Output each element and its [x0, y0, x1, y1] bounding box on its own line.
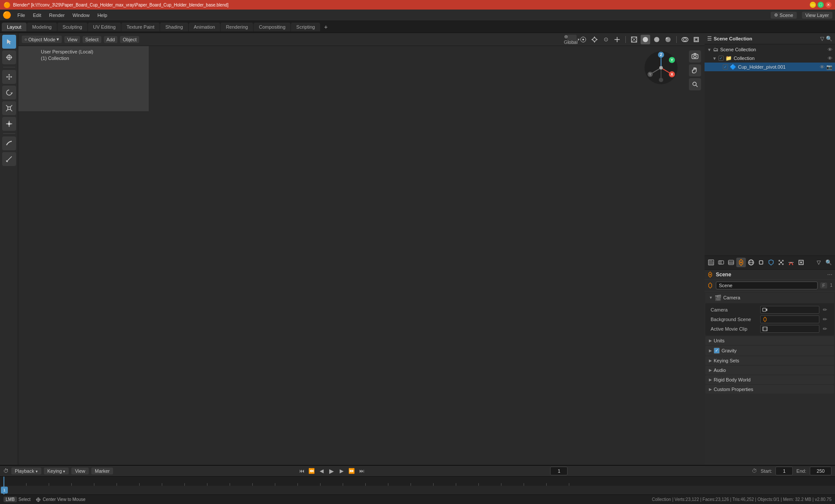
menu-window[interactable]: Window — [69, 12, 93, 19]
camera-edit-btn[interactable]: ✏ — [821, 307, 829, 313]
start-frame[interactable]: 1 — [775, 467, 793, 475]
playback-selector[interactable]: Playback ▾ — [11, 468, 41, 474]
wireframe-shading[interactable] — [629, 35, 639, 44]
world-props-icon[interactable] — [746, 258, 756, 267]
grab-icon[interactable] — [689, 64, 701, 76]
view-layer-selector[interactable]: View Layer — [802, 12, 832, 19]
annotate-tool[interactable] — [2, 136, 16, 150]
jump-end-btn[interactable]: ⏭ — [357, 467, 366, 475]
material-shading[interactable] — [652, 35, 661, 44]
tab-rendering[interactable]: Rendering — [220, 23, 253, 31]
pivot-point[interactable] — [578, 35, 588, 44]
menu-help[interactable]: Help — [94, 12, 111, 19]
clip-edit-btn[interactable]: ✏ — [821, 326, 829, 332]
particle-props-icon[interactable] — [776, 258, 786, 267]
tab-layout[interactable]: Layout — [2, 23, 27, 31]
show-gizmos[interactable] — [612, 35, 622, 44]
props-expand-icon[interactable]: ⋯ — [827, 272, 832, 278]
render-props-icon[interactable] — [706, 258, 716, 267]
add-workspace-button[interactable]: + — [321, 22, 331, 32]
blender-logo-menu[interactable]: 🟠 — [3, 11, 11, 19]
tab-compositing[interactable]: Compositing — [254, 23, 291, 31]
current-frame-display[interactable]: 1 — [550, 467, 568, 475]
frame-ruler[interactable]: 1102030405060708090100110120130140150160… — [0, 477, 835, 486]
gravity-section-header[interactable]: ▶ ✓ Gravity — [705, 346, 834, 355]
select-menu[interactable]: Select — [83, 36, 101, 43]
outliner-search-icon[interactable]: 🔍 — [826, 36, 832, 42]
props-filter-icon[interactable]: ▽ — [814, 258, 823, 267]
overlays-toggle[interactable] — [680, 35, 690, 44]
outliner-item-object[interactable]: ▶ ✓ 🔷 Cup_Holder_pivot.001 👁 📷 — [705, 63, 835, 71]
constraints-props-icon[interactable] — [796, 258, 806, 267]
outliner-item-scene-collection[interactable]: ▼ 🗂 Scene Collection 👁 — [705, 45, 835, 54]
keying-selector[interactable]: Keying ▾ — [44, 468, 69, 474]
outliner-item-collection[interactable]: ▼ ✓ 📁 Collection 👁 — [705, 54, 835, 63]
view-layer-props-icon[interactable] — [726, 258, 736, 267]
marker-menu[interactable]: Marker — [91, 468, 113, 474]
units-section-header[interactable]: ▶ Units — [705, 336, 834, 345]
next-frame-btn[interactable]: ⏩ — [347, 467, 356, 475]
menu-file[interactable]: File — [14, 12, 29, 19]
prev-frame-btn[interactable]: ⏪ — [307, 467, 316, 475]
minimize-button[interactable]: — — [810, 2, 816, 8]
maximize-button[interactable]: □ — [818, 2, 824, 8]
xray-toggle[interactable] — [691, 35, 701, 44]
view-menu-tl[interactable]: View — [71, 468, 89, 474]
object-menu[interactable]: Object — [120, 36, 139, 43]
transform-tool[interactable] — [2, 117, 16, 131]
mode-selector[interactable]: ○ Object Mode ▾ — [22, 36, 62, 43]
global-selector[interactable]: ⊕ Global ▾ — [567, 35, 577, 44]
tab-modeling[interactable]: Modeling — [27, 23, 57, 31]
gizmo-widget[interactable]: Z X Y Y — [644, 50, 678, 85]
play-btn[interactable]: ▶ — [327, 467, 336, 475]
object-props-icon[interactable] — [756, 258, 766, 267]
collection-visible-check[interactable]: ✓ — [718, 56, 724, 61]
tab-shading[interactable]: Shading — [160, 23, 188, 31]
end-frame[interactable]: 250 — [810, 467, 832, 475]
tab-animation[interactable]: Animation — [189, 23, 220, 31]
view-menu[interactable]: View — [64, 36, 80, 43]
gravity-checkbox[interactable]: ✓ — [714, 348, 720, 354]
active-clip-value[interactable] — [760, 325, 819, 333]
modifier-props-icon[interactable] — [766, 258, 776, 267]
bg-scene-edit-btn[interactable]: ✏ — [821, 316, 829, 322]
scene-props-icon[interactable] — [736, 258, 746, 267]
fake-user-btn[interactable]: F — [820, 282, 828, 288]
cameras-icon[interactable] — [689, 50, 701, 63]
scale-tool[interactable] — [2, 101, 16, 115]
next-keyframe-btn[interactable]: ▶ — [337, 467, 346, 475]
close-button[interactable]: ✕ — [825, 2, 832, 8]
tab-texture-paint[interactable]: Texture Paint — [121, 23, 160, 31]
proportional-toggle[interactable]: ⊙ — [601, 35, 611, 44]
bg-scene-value[interactable] — [760, 315, 819, 323]
prev-keyframe-btn[interactable]: ◀ — [317, 467, 326, 475]
rigid-body-world-header[interactable]: ▶ Rigid Body World — [705, 375, 834, 384]
snap-toggle[interactable] — [590, 35, 599, 44]
rendered-shading[interactable] — [663, 35, 673, 44]
measure-tool[interactable] — [2, 152, 16, 166]
viewport[interactable]: ○ Object Mode ▾ View Select Add Object ⊕ — [18, 33, 705, 465]
engine-selector[interactable]: ⚙ Scene — [771, 12, 797, 19]
menu-edit[interactable]: Edit — [30, 12, 45, 19]
custom-props-header[interactable]: ▶ Custom Properties — [705, 385, 834, 394]
add-menu[interactable]: Add — [104, 36, 118, 43]
rotate-tool[interactable] — [2, 86, 16, 99]
move-tool[interactable] — [2, 70, 16, 84]
physics-props-icon[interactable] — [786, 258, 796, 267]
tab-scripting[interactable]: Scripting — [291, 23, 320, 31]
cursor-tool[interactable] — [2, 50, 16, 64]
jump-start-btn[interactable]: ⏮ — [297, 467, 306, 475]
select-tool[interactable] — [2, 35, 16, 49]
scene-name-input[interactable] — [716, 282, 818, 289]
menu-render[interactable]: Render — [46, 12, 68, 19]
search-icon[interactable] — [689, 78, 701, 90]
keying-sets-header[interactable]: ▶ Keying Sets — [705, 356, 834, 365]
props-search-icon[interactable]: 🔍 — [824, 258, 833, 267]
tab-sculpting[interactable]: Sculpting — [57, 23, 87, 31]
output-props-icon[interactable] — [716, 258, 726, 267]
audio-section-header[interactable]: ▶ Audio — [705, 366, 834, 375]
tab-uv-editing[interactable]: UV Editing — [88, 23, 121, 31]
timeline-bar[interactable]: 1 — [0, 486, 835, 494]
camera-field-value[interactable] — [760, 306, 819, 314]
outliner-filter-icon[interactable]: ▽ — [820, 36, 824, 42]
